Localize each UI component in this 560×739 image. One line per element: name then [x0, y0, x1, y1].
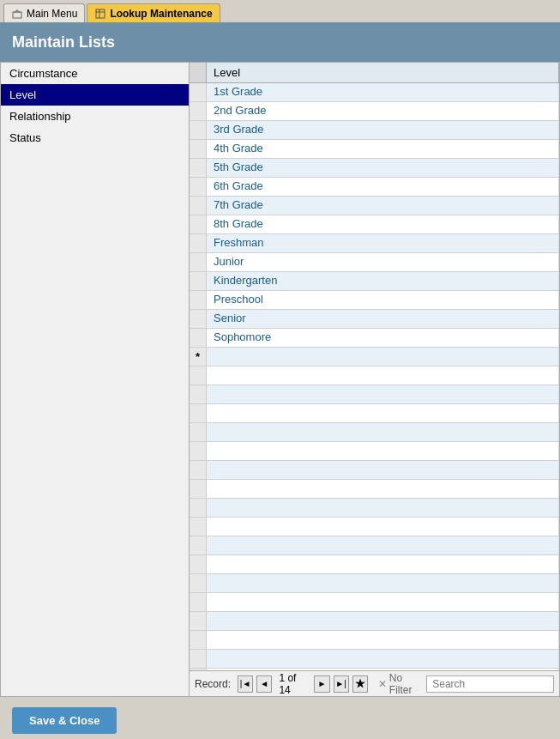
empty-row-num — [190, 612, 207, 630]
tab-lookup-maintenance-label: Lookup Maintenance — [110, 8, 212, 20]
new-row-marker: * — [190, 348, 207, 366]
svg-rect-2 — [96, 9, 105, 18]
empty-row-num — [190, 593, 207, 611]
empty-row-num — [190, 631, 207, 649]
row-number — [190, 178, 207, 196]
row-number — [190, 197, 207, 215]
page-title: Maintain Lists — [12, 33, 115, 51]
row-number — [190, 159, 207, 177]
sidebar-item-status[interactable]: Status — [1, 127, 189, 148]
table-row[interactable]: 3rd Grade — [190, 121, 559, 140]
empty-row — [190, 442, 559, 461]
empty-row-num — [190, 536, 207, 554]
empty-cell — [207, 518, 559, 536]
grid-cell-level[interactable]: Sophomore — [207, 329, 559, 347]
nav-next-button[interactable]: ► — [314, 675, 329, 693]
empty-cell — [207, 499, 559, 517]
empty-row-num — [190, 650, 207, 668]
grid-cell-level[interactable]: 3rd Grade — [207, 121, 559, 139]
data-grid[interactable]: Level 1st Grade2nd Grade3rd Grade4th Gra… — [190, 63, 559, 670]
empty-cell — [207, 536, 559, 554]
empty-cell — [207, 442, 559, 460]
record-label: Record: — [195, 678, 231, 690]
table-row[interactable]: 4th Grade — [190, 140, 559, 159]
empty-row — [190, 385, 559, 404]
grid-cell-level[interactable]: 8th Grade — [207, 215, 559, 233]
row-number — [190, 121, 207, 139]
bottom-bar: Save & Close — [0, 697, 560, 739]
row-number — [190, 272, 207, 290]
nav-prev-button[interactable]: ◄ — [256, 675, 272, 693]
table-row[interactable]: 7th Grade — [190, 197, 559, 215]
grid-header-row-num — [190, 63, 207, 82]
empty-row — [190, 404, 559, 423]
grid-cell-level[interactable]: Preschool — [207, 291, 559, 309]
row-number — [190, 310, 207, 328]
empty-cell — [207, 366, 559, 385]
row-number — [190, 140, 207, 158]
home-icon — [11, 8, 23, 20]
nav-new-button[interactable]: ★ — [352, 675, 368, 693]
grid-cell-level[interactable]: 2nd Grade — [207, 102, 559, 120]
new-row[interactable]: * — [190, 348, 559, 366]
table-row[interactable]: Junior — [190, 253, 559, 272]
new-row-cell[interactable] — [207, 348, 559, 366]
empty-row — [190, 555, 559, 574]
table-row[interactable]: 6th Grade — [190, 178, 559, 197]
filter-icon: ✕ — [378, 678, 387, 690]
row-number — [190, 215, 207, 233]
empty-row-num — [190, 518, 207, 536]
table-row[interactable]: Kindergarten — [190, 272, 559, 291]
empty-row — [190, 480, 559, 499]
tab-bar: Main Menu Lookup Maintenance — [0, 0, 560, 22]
empty-row — [190, 612, 559, 631]
table-row[interactable]: 1st Grade — [190, 83, 559, 102]
grid-cell-level[interactable]: 5th Grade — [207, 159, 559, 177]
empty-row — [190, 518, 559, 536]
grid-cell-level[interactable]: 1st Grade — [207, 83, 559, 101]
svg-rect-0 — [13, 12, 21, 18]
search-input[interactable] — [426, 675, 554, 693]
grid-cell-level[interactable]: Senior — [207, 310, 559, 328]
table-row[interactable]: Freshman — [190, 234, 559, 253]
row-number — [190, 102, 207, 120]
table-row[interactable]: Preschool — [190, 291, 559, 310]
nav-last-button[interactable]: ►| — [334, 675, 349, 693]
table-row[interactable]: Senior — [190, 310, 559, 329]
sidebar-item-relationship[interactable]: Relationship — [1, 106, 189, 127]
row-number — [190, 83, 207, 101]
save-close-button[interactable]: Save & Close — [12, 707, 117, 734]
grid-cell-level[interactable]: 7th Grade — [207, 197, 559, 215]
row-number — [190, 329, 207, 347]
tab-main-menu[interactable]: Main Menu — [3, 3, 85, 22]
grid-cell-level[interactable]: Freshman — [207, 234, 559, 252]
empty-cell — [207, 593, 559, 611]
main-content: CircumstanceLevelRelationshipStatus Leve… — [0, 62, 560, 697]
empty-row-num — [190, 385, 207, 403]
nav-filter: ✕ No Filter — [378, 672, 423, 696]
table-row[interactable]: Sophomore — [190, 329, 559, 348]
svg-marker-1 — [13, 9, 21, 13]
table-row[interactable]: 2nd Grade — [190, 102, 559, 121]
grid-cell-level[interactable]: 6th Grade — [207, 178, 559, 196]
grid-cell-level[interactable]: Kindergarten — [207, 272, 559, 290]
empty-cell — [207, 574, 559, 592]
grid-cell-level[interactable]: Junior — [207, 253, 559, 271]
grid-cell-level[interactable]: 4th Grade — [207, 140, 559, 158]
row-number — [190, 291, 207, 309]
nav-first-button[interactable]: |◄ — [238, 675, 253, 693]
sidebar-item-level[interactable]: Level — [1, 84, 189, 106]
empty-row-num — [190, 555, 207, 573]
filter-label: No Filter — [389, 672, 423, 696]
sidebar-item-circumstance[interactable]: Circumstance — [1, 63, 189, 84]
tab-main-menu-label: Main Menu — [27, 8, 77, 20]
table-row[interactable]: 8th Grade — [190, 215, 559, 234]
row-number — [190, 234, 207, 252]
empty-row-num — [190, 574, 207, 592]
right-panel: Level 1st Grade2nd Grade3rd Grade4th Gra… — [190, 63, 559, 696]
tab-lookup-maintenance[interactable]: Lookup Maintenance — [87, 3, 220, 22]
table-row[interactable]: 5th Grade — [190, 159, 559, 178]
empty-cell — [207, 650, 559, 668]
empty-row-num — [190, 499, 207, 517]
empty-cell — [207, 555, 559, 573]
